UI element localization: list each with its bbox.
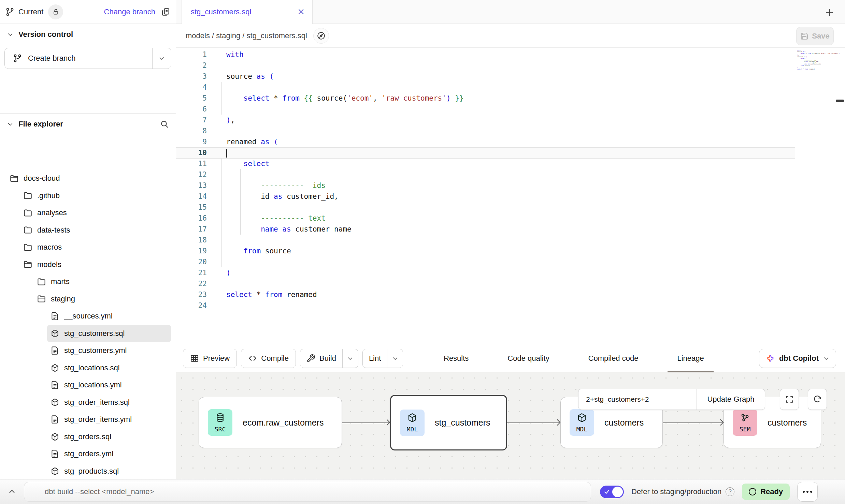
copy-branch-icon[interactable]	[161, 8, 170, 16]
status-badge[interactable]: Ready	[742, 484, 790, 500]
lineage-node-stg-customers[interactable]: MDLstg_customers	[390, 395, 507, 450]
folder-icon	[23, 191, 32, 200]
tree-item--sources-yml[interactable]: __sources.yml	[0, 308, 176, 325]
tab-lineage[interactable]: Lineage	[668, 344, 713, 372]
code-line-24[interactable]: 24	[176, 300, 845, 311]
tab-code-quality[interactable]: Code quality	[498, 344, 559, 372]
tree-item-models[interactable]: models	[0, 256, 176, 273]
tree-item-data-tests[interactable]: data-tests	[0, 222, 176, 239]
code-line-15[interactable]: 15	[176, 202, 845, 213]
close-icon[interactable]: ✕	[297, 8, 305, 16]
code-line-16[interactable]: 16 ---------- text	[176, 213, 845, 224]
tab-stg-customers-sql[interactable]: stg_customers.sql ✕	[182, 0, 313, 24]
search-icon[interactable]	[160, 120, 169, 129]
tree-item-stg-orders-yml[interactable]: stg_orders.yml	[0, 445, 176, 463]
code-text: select	[226, 158, 269, 169]
tab-results[interactable]: Results	[434, 344, 478, 372]
tree-item-stg-locations-sql[interactable]: stg_locations.sql	[0, 359, 176, 377]
change-branch-link[interactable]: Change branch	[104, 8, 155, 16]
tree-item-analyses[interactable]: analyses	[0, 204, 176, 222]
defer-toggle[interactable]	[600, 486, 624, 498]
lint-dropdown[interactable]	[387, 349, 403, 368]
preview-button[interactable]: Preview	[183, 349, 237, 368]
build-dropdown[interactable]	[342, 349, 358, 368]
tree-item-stg-order-items-sql[interactable]: stg_order_items.sql	[0, 394, 176, 411]
open-lineage-button[interactable]	[313, 28, 329, 44]
version-control-header[interactable]: Version control	[0, 24, 176, 45]
create-branch-dropdown[interactable]	[152, 48, 171, 69]
code-line-7[interactable]: 7),	[176, 115, 845, 125]
code-line-20[interactable]: 20	[176, 256, 845, 267]
code-line-18[interactable]: 18	[176, 235, 845, 246]
lint-button[interactable]: Lint	[363, 349, 387, 368]
tree-item-staging[interactable]: staging	[0, 291, 176, 308]
breadcrumb: models / staging / stg_customers.sql	[186, 31, 307, 40]
code-editor[interactable]: 1with23source as (45 select * from {{ so…	[176, 48, 845, 344]
dbt-copilot-button[interactable]: dbt Copilot	[759, 349, 836, 368]
help-icon[interactable]: ?	[726, 487, 734, 496]
tree-item-stg-customers-yml[interactable]: stg_customers.yml	[0, 342, 176, 359]
tree-item-label: stg_locations.yml	[64, 381, 122, 389]
file-explorer-header[interactable]: File explorer	[0, 114, 176, 135]
tree-item-stg-products-sql[interactable]: stg_products.sql	[0, 463, 176, 479]
code-line-13[interactable]: 13 ---------- ids	[176, 180, 845, 191]
code-line-21[interactable]: 21)	[176, 267, 845, 278]
tree-item-stg-order-items-yml[interactable]: stg_order_items.yml	[0, 411, 176, 428]
preview-label: Preview	[203, 354, 230, 363]
create-branch-button[interactable]: Create branch	[5, 48, 152, 69]
code-line-22[interactable]: 22	[176, 278, 845, 289]
code-line-19[interactable]: 19 from source	[176, 246, 845, 256]
lineage-selector-input[interactable]: 2+stg_customers+2	[578, 389, 697, 410]
code-line-23[interactable]: 23select * from renamed	[176, 289, 845, 300]
line-number: 16	[176, 213, 212, 224]
sidebar: Current Change branch Version control Cr…	[0, 0, 176, 479]
node-badge-mdl: MDL	[400, 410, 425, 436]
code-line-6[interactable]: 6	[176, 104, 845, 115]
folder-icon	[23, 243, 32, 252]
tree-item-marts[interactable]: marts	[0, 273, 176, 291]
tree-item--github[interactable]: .github	[0, 187, 176, 205]
tree-item-stg-locations-yml[interactable]: stg_locations.yml	[0, 376, 176, 394]
code-line-14[interactable]: 14 id as customer_id,	[176, 191, 845, 202]
editor-minimap[interactable]: with source as ( select * from {{ source…	[797, 50, 840, 78]
build-button[interactable]: Build	[300, 349, 342, 368]
fullscreen-button[interactable]	[780, 389, 799, 410]
tree-item-macros[interactable]: macros	[0, 239, 176, 256]
tree-item-label: marts	[51, 277, 70, 286]
defer-label: Defer to staging/production	[631, 487, 721, 496]
code-line-11[interactable]: 11 select	[176, 158, 845, 169]
code-line-9[interactable]: 9renamed as (	[176, 136, 845, 147]
code-line-8[interactable]: 8	[176, 125, 845, 136]
editor-scrollbar-thumb[interactable]	[836, 100, 844, 102]
line-number: 13	[176, 180, 212, 191]
code-line-10[interactable]: 10	[176, 147, 845, 158]
line-number: 15	[176, 202, 212, 213]
tab-compiled-code[interactable]: Compiled code	[579, 344, 648, 372]
tree-item-stg-customers-sql[interactable]: stg_customers.sql	[47, 325, 171, 342]
code-line-4[interactable]: 4	[176, 82, 845, 93]
update-graph-button[interactable]: Update Graph	[697, 389, 765, 410]
new-tab-button[interactable]	[822, 5, 836, 19]
tree-item-stg-orders-sql[interactable]: stg_orders.sql	[0, 428, 176, 446]
code-line-2[interactable]: 2	[176, 60, 845, 71]
code-line-1[interactable]: 1with	[176, 49, 845, 60]
compile-button[interactable]: Compile	[241, 349, 296, 368]
node-label: ecom.raw_customers	[243, 418, 324, 428]
code-line-5[interactable]: 5 select * from {{ source('ecom', 'raw_c…	[176, 93, 845, 104]
ready-label: Ready	[760, 487, 783, 496]
code-line-17[interactable]: 17 name as customer_name	[176, 224, 845, 235]
line-number: 4	[176, 82, 212, 93]
lineage-canvas[interactable]: SRCecom.raw_customersMDLstg_customersMDL…	[176, 372, 845, 479]
expand-command-bar-button[interactable]	[0, 488, 24, 496]
more-options-button[interactable]	[797, 482, 818, 502]
lineage-node-ecom-raw-customers[interactable]: SRCecom.raw_customers	[199, 397, 342, 448]
code-line-3[interactable]: 3source as (	[176, 71, 845, 82]
command-input[interactable]: dbt build --select <model_name>	[24, 482, 591, 502]
refresh-button[interactable]	[808, 389, 827, 410]
tree-item-docs-cloud[interactable]: docs-cloud	[0, 170, 176, 187]
code-line-12[interactable]: 12	[176, 169, 845, 180]
save-button[interactable]: Save	[796, 27, 834, 45]
create-branch-split-button: Create branch	[4, 48, 171, 69]
line-number: 9	[176, 136, 212, 147]
line-number: 2	[176, 60, 212, 71]
